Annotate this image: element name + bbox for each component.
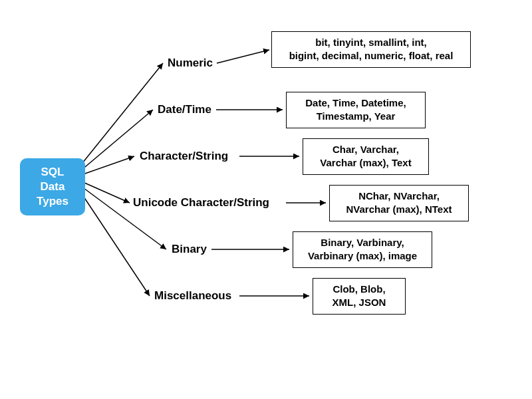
root-node: SQL DataTypes <box>20 158 85 215</box>
diagram-canvas: SQL DataTypes Numeric Date/Time Characte… <box>0 0 532 399</box>
category-label-binary: Binary <box>172 243 207 256</box>
detail-box-character-string: Char, Varchar,Varchar (max), Text <box>303 138 429 175</box>
detail-box-miscellaneous: Clob, Blob,XML, JSON <box>313 278 406 315</box>
svg-line-2 <box>83 156 134 174</box>
category-label-miscellaneous: Miscellaneous <box>154 289 231 303</box>
detail-box-binary: Binary, Varbinary,Varbinary (max), image <box>293 231 432 268</box>
category-label-datetime: Date/Time <box>158 103 211 116</box>
svg-line-3 <box>83 182 130 203</box>
detail-box-numeric: bit, tinyint, smallint, int,bigint, deci… <box>271 31 471 68</box>
category-label-unicode-character-string: Unicode Character/String <box>133 196 269 209</box>
category-label-character-string: Character/String <box>140 150 228 163</box>
detail-box-datetime: Date, Time, Datetime,Timestamp, Year <box>286 92 426 128</box>
category-label-numeric: Numeric <box>168 57 213 70</box>
svg-line-6 <box>217 50 269 63</box>
detail-box-unicode-character-string: NChar, NVarchar,NVarchar (max), NText <box>329 185 469 221</box>
